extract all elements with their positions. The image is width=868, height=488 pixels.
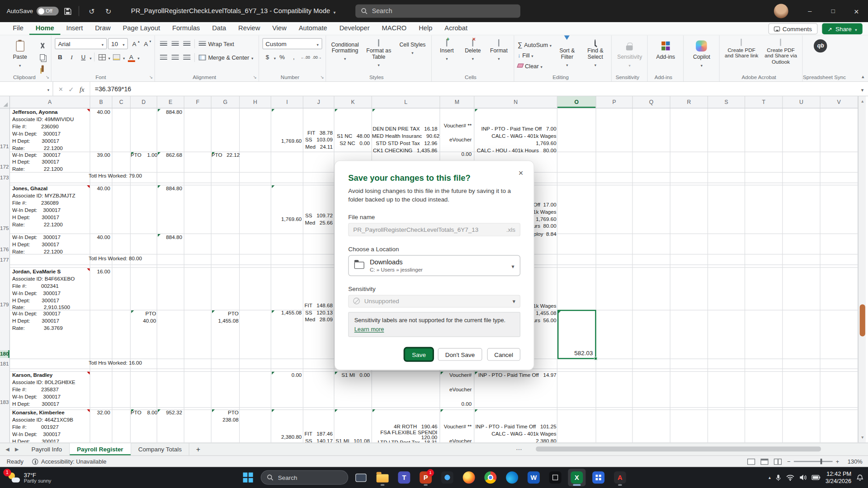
- normal-view-button[interactable]: [747, 458, 755, 464]
- column-header-Q[interactable]: Q: [633, 96, 670, 108]
- sheet-cell[interactable]: 40.00: [131, 318, 156, 324]
- file-explorer-button[interactable]: [374, 469, 392, 486]
- create-pdf-share-outlook-button[interactable]: Create PDF and Share via Outlook: [763, 38, 799, 65]
- number-dialog-launcher[interactable]: [320, 75, 324, 80]
- column-header-T[interactable]: T: [745, 96, 783, 108]
- app-photos-button[interactable]: [439, 469, 456, 486]
- avatar[interactable]: [774, 4, 788, 19]
- sheet-cell[interactable]: PTO 1.00: [131, 152, 156, 159]
- sheet-cell[interactable]: H Dept: 300017: [12, 138, 89, 145]
- name-box[interactable]: [0, 82, 53, 96]
- sheet-cell[interactable]: Voucher# **: [440, 122, 472, 129]
- ribbon-tab-automate[interactable]: Automate: [292, 22, 333, 35]
- column-header-R[interactable]: R: [670, 96, 708, 108]
- number-format-select[interactable]: Custom: [262, 38, 322, 49]
- column-header-H[interactable]: H: [240, 96, 271, 108]
- sheet-cell[interactable]: MED Health Insuranc 90.62: [372, 133, 437, 140]
- sheet-cell[interactable]: H Dept: 300017: [12, 297, 89, 304]
- sheet-cell[interactable]: INP - PTO - Paid Time Off 14.97: [474, 372, 556, 379]
- sheet-tab-payroll-register[interactable]: Payroll Register: [70, 443, 131, 455]
- title-chevron-icon[interactable]: [330, 6, 335, 16]
- sheet-cell[interactable]: CK1 CHECKING 1,435.86: [372, 147, 437, 154]
- sheet-cell[interactable]: W-In Dept: 300017: [12, 290, 89, 297]
- weather-widget[interactable]: 1 37°FPartly sunny: [3, 469, 56, 486]
- paste-button[interactable]: Paste: [5, 38, 34, 68]
- vertical-scrollbar[interactable]: ▲ ▼: [858, 96, 866, 443]
- zoom-slider-thumb[interactable]: [821, 459, 822, 464]
- dont-save-button[interactable]: Don't Save: [438, 348, 482, 361]
- sheet-cell[interactable]: eVoucher: [440, 136, 472, 143]
- decrease-decimal-button[interactable]: [312, 52, 322, 62]
- sheet-cell[interactable]: SS 103.09: [303, 136, 333, 143]
- word-button[interactable]: W: [525, 469, 542, 486]
- autosave-control[interactable]: AutoSave Off: [7, 7, 59, 16]
- ribbon-tab-acrobat[interactable]: Acrobat: [439, 22, 474, 35]
- row-header-180[interactable]: 180: [0, 350, 9, 358]
- comments-button[interactable]: Comments: [768, 23, 817, 34]
- sheet-cell[interactable]: S1 MI 0.00: [335, 372, 370, 379]
- sheet-nav-right-icon[interactable]: ▶: [15, 446, 19, 452]
- sheet-cell[interactable]: H Dept: 300017: [12, 159, 89, 165]
- ribbon-tab-macro[interactable]: MACRO: [376, 22, 413, 35]
- sheet-cell[interactable]: LTD LTD Post Tax 18.31: [372, 439, 437, 442]
- scroll-up-icon[interactable]: ▲: [859, 98, 866, 105]
- taskview-button[interactable]: [352, 469, 370, 486]
- sheet-cell[interactable]: Associate ID: MYZBJMJTZ: [12, 192, 89, 199]
- sheet-cell[interactable]: S1 MI 101.08: [335, 438, 370, 443]
- sheet-cell[interactable]: W-In Dept: 300017: [12, 207, 89, 214]
- sheet-cell[interactable]: 0.00: [271, 372, 302, 379]
- sheet-cell[interactable]: Rate: 22.1200: [12, 249, 89, 255]
- column-header-E[interactable]: E: [157, 96, 184, 108]
- sheet-cell[interactable]: 40.00: [90, 234, 110, 241]
- clipboard-dialog-launcher[interactable]: [46, 75, 49, 80]
- column-header-J[interactable]: J: [303, 96, 335, 108]
- row-header-175[interactable]: 175: [0, 225, 9, 232]
- sheet-cell[interactable]: DEN DEN PRE TAX 16.18: [372, 126, 437, 132]
- taskbar-search[interactable]: Search: [261, 470, 348, 485]
- sheet-cell[interactable]: STD STD Post Tax 12.96: [372, 140, 437, 147]
- merge-center-button[interactable]: Merge & Center: [197, 52, 255, 63]
- comma-style-button[interactable]: [288, 52, 299, 62]
- wrap-text-button[interactable]: Wrap Text: [197, 38, 236, 49]
- sheet-cell[interactable]: CALC - WAG - 401k Wages: [474, 133, 556, 140]
- ribbon-tab-home[interactable]: Home: [29, 22, 60, 35]
- sheet-cell[interactable]: Associate ID: 464Z1XC9B: [12, 417, 89, 423]
- column-header-L[interactable]: L: [372, 96, 440, 108]
- horizontal-scrollbar[interactable]: [533, 445, 860, 454]
- titlebar-search[interactable]: Search: [355, 5, 520, 18]
- cut-button[interactable]: [37, 40, 47, 50]
- wifi-icon[interactable]: [786, 474, 794, 481]
- column-header-O[interactable]: O: [557, 96, 596, 108]
- sheet-cell[interactable]: PTO: [212, 409, 239, 416]
- sheet-cell[interactable]: PTO: [212, 310, 239, 317]
- sheet-cell[interactable]: Totl Hrs Worked: 79.00: [89, 173, 172, 179]
- sheet-cell[interactable]: FIT 187.46: [303, 431, 333, 437]
- ribbon-tab-view[interactable]: View: [266, 22, 293, 35]
- column-header-K[interactable]: K: [335, 96, 372, 108]
- hidden-icons-chevron[interactable]: [769, 475, 771, 480]
- sheet-cell[interactable]: INP - PTO - Paid Time Off 7.00: [474, 126, 556, 132]
- ribbon-tab-help[interactable]: Help: [413, 22, 439, 35]
- sheet-cell[interactable]: CALC - WAG - 401k Wages: [474, 431, 556, 437]
- column-header-V[interactable]: V: [821, 96, 858, 108]
- sheet-cell[interactable]: Associate ID: 8OL2GH8XE: [12, 379, 89, 386]
- sheet-cell[interactable]: W-In Dept: 300017: [12, 431, 89, 438]
- insert-function-icon[interactable]: [80, 84, 85, 94]
- save-button[interactable]: Save: [405, 348, 433, 361]
- edge-button[interactable]: [503, 469, 521, 486]
- autosum-button[interactable]: AutoSum: [518, 40, 552, 49]
- page-break-view-button[interactable]: [774, 458, 781, 464]
- sheet-cell[interactable]: S1 NC 48.00: [335, 133, 370, 140]
- sheet-cell[interactable]: 40.00: [90, 109, 110, 116]
- ribbon-tab-formulas[interactable]: Formulas: [166, 22, 206, 35]
- ribbon-tab-data[interactable]: Data: [206, 22, 232, 35]
- column-header-F[interactable]: F: [184, 96, 212, 108]
- sheet-cell[interactable]: Konarske, Kimberlee: [12, 409, 89, 416]
- sheet-cell[interactable]: Karson, Bradley: [12, 372, 89, 379]
- sheet-cell[interactable]: 40.00: [90, 185, 110, 192]
- sheet-cell[interactable]: SS 109.72: [303, 212, 333, 219]
- more-sheets-icon[interactable]: [516, 443, 522, 456]
- sheet-cell[interactable]: H Dept: 300017: [12, 241, 89, 248]
- font-size-select[interactable]: 10: [108, 38, 128, 49]
- volume-icon[interactable]: [800, 474, 807, 481]
